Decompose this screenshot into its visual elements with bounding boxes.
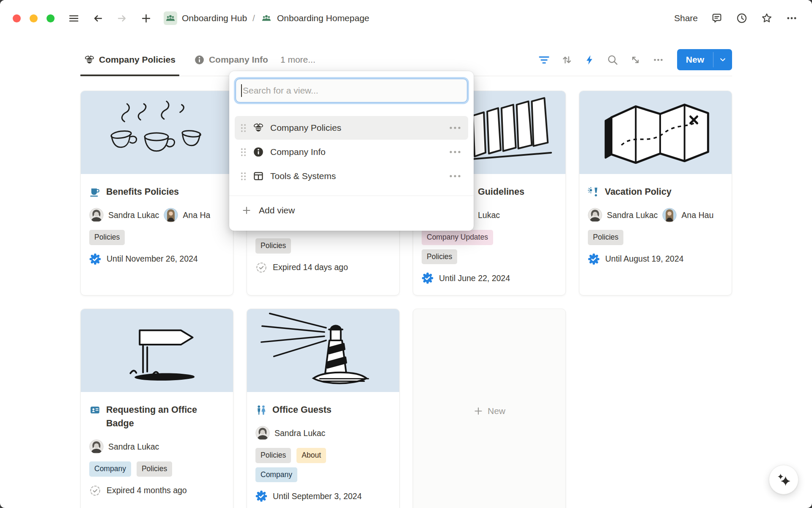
- person-name: Sandra Lukac: [108, 442, 159, 452]
- add-view-button[interactable]: Add view: [229, 196, 474, 225]
- tab-company-policies[interactable]: Company Policies: [80, 43, 179, 76]
- bee-icon: [84, 55, 95, 65]
- onboarding-homepage-icon: [261, 12, 272, 24]
- tag: Policies: [89, 230, 125, 245]
- view-toolbar: New: [538, 49, 732, 70]
- avatar-sandra: [89, 208, 104, 222]
- view-options-icon[interactable]: [653, 54, 664, 66]
- verified-badge-icon: [588, 253, 600, 265]
- text-caret: [241, 84, 242, 97]
- breadcrumb-parent[interactable]: Onboarding Hub: [182, 13, 247, 23]
- status-text: Expired 14 days ago: [273, 262, 348, 272]
- drag-handle-icon[interactable]: [240, 171, 247, 181]
- automations-lightning-icon[interactable]: [584, 54, 595, 66]
- card-people: Sandra Lukac Ana Ha: [89, 208, 210, 222]
- card-cover: [81, 309, 233, 392]
- traffic-lights: [13, 14, 55, 22]
- search-icon[interactable]: [607, 54, 618, 66]
- view-item-options-icon[interactable]: [449, 149, 461, 155]
- onboarding-hub-icon: [164, 11, 177, 25]
- sidebar-menu-icon[interactable]: [68, 13, 80, 24]
- card-status: Expired 4 months ago: [89, 485, 187, 497]
- avatar-sandra: [89, 439, 104, 454]
- chevron-down-icon: [719, 55, 727, 64]
- expired-check-icon: [255, 262, 267, 273]
- sort-icon[interactable]: [561, 54, 573, 66]
- topbar-actions: Share: [674, 12, 798, 24]
- new-card-label: New: [488, 406, 505, 416]
- card-people: Sandra Lukac: [89, 439, 159, 454]
- updates-clock-icon[interactable]: [736, 12, 748, 24]
- share-button[interactable]: Share: [674, 13, 698, 23]
- card-office-badge[interactable]: Requesting an Office Badge Sandra Lukac …: [80, 309, 233, 508]
- card-title: Benefits Policies: [89, 185, 179, 199]
- lighthouse-illustration: [247, 309, 399, 392]
- card-people: Sandra Lukac Ana Hau: [588, 208, 713, 222]
- close-window-button[interactable]: [13, 14, 21, 22]
- view-item-options-icon[interactable]: [449, 174, 461, 179]
- new-button-group: New: [677, 49, 732, 70]
- card-tags: Company Updates: [422, 230, 493, 245]
- card-tags: Company: [255, 467, 297, 483]
- tab-label: Company Info: [209, 55, 268, 65]
- forward-icon[interactable]: [116, 13, 128, 24]
- person-name: Sandra Lukac: [274, 428, 325, 438]
- view-item-tools-systems[interactable]: Tools & Systems: [235, 164, 468, 188]
- view-item-company-policies[interactable]: Company Policies: [235, 116, 468, 140]
- notion-ai-button[interactable]: [769, 465, 798, 494]
- view-item-label: Tools & Systems: [270, 171, 449, 181]
- card-cover: [247, 309, 399, 392]
- coffee-cups-illustration: [81, 91, 233, 174]
- drag-handle-icon[interactable]: [240, 123, 247, 133]
- minimize-window-button[interactable]: [30, 14, 38, 22]
- status-text: Until November 26, 2024: [107, 254, 198, 264]
- plus-icon: [241, 205, 252, 215]
- view-search-wrap: [236, 79, 467, 102]
- more-views-button[interactable]: 1 more...: [280, 55, 315, 65]
- id-badge-icon: [89, 404, 101, 416]
- breadcrumb-current[interactable]: Onboarding Homepage: [277, 13, 369, 23]
- status-text: Until June 22, 2024: [439, 273, 510, 283]
- back-icon[interactable]: [92, 13, 104, 24]
- views-dropdown-menu: Company Policies Company Info Tools & Sy…: [229, 71, 474, 231]
- favorite-star-icon[interactable]: [761, 12, 773, 24]
- more-options-icon[interactable]: [786, 12, 798, 24]
- view-item-company-info[interactable]: Company Info: [235, 140, 468, 164]
- verified-badge-icon: [422, 272, 433, 284]
- new-card-button[interactable]: New: [413, 309, 566, 508]
- tag: Policies: [255, 238, 291, 254]
- person-name: Ana Ha: [183, 210, 210, 220]
- card-body: Office Guests Sandra Lukac Policies Abou…: [247, 392, 399, 508]
- status-text: Until September 3, 2024: [273, 491, 362, 501]
- zoom-window-button[interactable]: [47, 14, 55, 22]
- card-benefits-policies[interactable]: Benefits Policies Sandra Lukac Ana Ha Po…: [80, 91, 233, 295]
- map-illustration: [579, 91, 732, 174]
- view-search-input[interactable]: [236, 79, 467, 102]
- comments-icon[interactable]: [711, 12, 723, 24]
- tag: Policies: [255, 448, 291, 463]
- person-name: Sandra Lukac: [607, 210, 658, 220]
- card-office-guests[interactable]: Office Guests Sandra Lukac Policies Abou…: [247, 309, 400, 508]
- drag-handle-icon[interactable]: [240, 147, 247, 157]
- card-tags: Policies: [422, 249, 457, 265]
- expand-view-icon[interactable]: [630, 54, 641, 66]
- office-guests-icon: [255, 404, 267, 416]
- filter-icon[interactable]: [538, 54, 550, 66]
- tag: Policies: [422, 249, 457, 265]
- card-cover: [81, 91, 233, 174]
- new-page-icon[interactable]: [140, 13, 152, 24]
- new-button[interactable]: New: [677, 49, 713, 70]
- card-tags: Policies: [255, 238, 291, 254]
- card-body: Vacation Policy Sandra Lukac Ana Hau Pol…: [579, 174, 732, 273]
- new-button-dropdown[interactable]: [713, 49, 732, 70]
- add-view-label: Add view: [259, 205, 295, 215]
- avatar-sandra: [588, 208, 602, 222]
- bee-icon: [253, 122, 264, 133]
- tag: Company: [255, 467, 297, 483]
- view-item-options-icon[interactable]: [449, 125, 461, 130]
- view-item-label: Company Policies: [270, 123, 449, 133]
- avatar-ana: [662, 208, 677, 222]
- app-window: Onboarding Hub / Onboarding Homepage Sha…: [0, 0, 812, 508]
- card-vacation-policy[interactable]: Vacation Policy Sandra Lukac Ana Hau Pol…: [579, 91, 732, 295]
- card-cover: [579, 91, 732, 174]
